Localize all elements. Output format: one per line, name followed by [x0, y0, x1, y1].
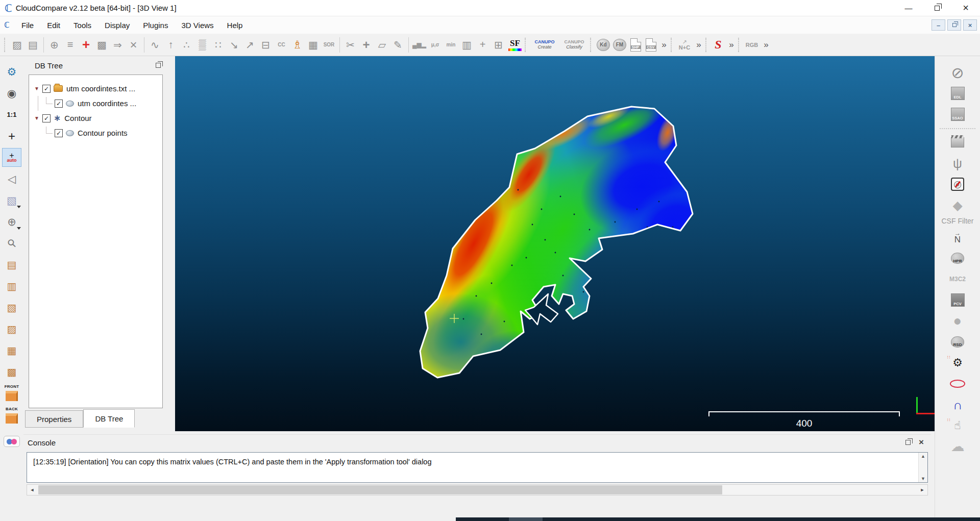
add-sf-icon[interactable]: +: [475, 37, 491, 53]
menu-edit[interactable]: Edit: [40, 16, 67, 34]
console-horizontal-scrollbar[interactable]: ◄ ►: [27, 484, 928, 495]
front-view-button[interactable]: FRONT: [2, 384, 21, 404]
mdi-minimize-button[interactable]: –: [932, 19, 945, 31]
scroll-left-icon[interactable]: ◄: [27, 487, 37, 492]
minmax-icon[interactable]: min: [443, 37, 459, 53]
overflow-chevron[interactable]: »: [761, 40, 772, 50]
view-bottom-icon[interactable]: ▥: [2, 277, 21, 295]
sor-filter-icon[interactable]: SOR: [321, 37, 337, 53]
view-left-icon[interactable]: ▦: [2, 341, 21, 360]
toolbar-drag-handle[interactable]: [525, 38, 527, 52]
gradient-icon[interactable]: ∿: [147, 37, 163, 53]
properties-icon[interactable]: ≡: [62, 37, 78, 53]
toolbar-drag-handle[interactable]: [738, 38, 741, 52]
section-ellipse-icon[interactable]: [946, 375, 969, 393]
tree-row-contour[interactable]: ▼ ✓ ∗ Contour: [29, 111, 162, 126]
float-panel-icon[interactable]: [156, 63, 161, 68]
menu-help[interactable]: Help: [220, 16, 250, 34]
rgb-button[interactable]: RGB: [743, 42, 761, 48]
menu-tools[interactable]: Tools: [67, 16, 98, 34]
overflow-chevron[interactable]: »: [726, 40, 737, 50]
subsample-icon[interactable]: ∷: [210, 37, 226, 53]
scroll-right-icon[interactable]: ►: [917, 487, 927, 492]
gears-plugin-icon[interactable]: ⚙ ∷: [946, 354, 969, 372]
view-back-icon[interactable]: ▨: [2, 319, 21, 338]
menu-3d-views[interactable]: 3D Views: [175, 16, 220, 34]
csf-shield-icon[interactable]: ◆: [946, 196, 969, 214]
view-right-icon[interactable]: ▩: [2, 362, 21, 381]
console-close-icon[interactable]: ×: [919, 437, 924, 448]
toolbar-drag-handle[interactable]: [4, 38, 7, 52]
menu-file[interactable]: File: [15, 16, 40, 34]
downsample-icon[interactable]: ↘: [226, 37, 242, 53]
visibility-checkbox[interactable]: ✓: [55, 100, 63, 108]
sf-filter-icon[interactable]: ▥: [459, 37, 475, 53]
facets-plugin-icon[interactable]: ●: [946, 312, 969, 330]
screenshot-icon[interactable]: ◉: [2, 84, 21, 103]
canupo-classify-button[interactable]: CANUPO Classify: [559, 36, 589, 54]
checkerboard-icon[interactable]: ▦: [305, 37, 321, 53]
sf-calculator-icon[interactable]: ⊞: [491, 37, 506, 53]
display-options-icon[interactable]: ⚙: [2, 62, 21, 81]
view-front-icon[interactable]: ▧: [2, 298, 21, 317]
kd-tree-button[interactable]: Kd: [595, 37, 611, 53]
merge-icon[interactable]: ⇒: [110, 37, 126, 53]
m3c2-plugin-icon[interactable]: M3C2: [946, 270, 969, 288]
toolbar-drag-handle[interactable]: [671, 38, 673, 52]
tree-row-contour-points[interactable]: ✓ Contour points: [29, 126, 162, 140]
mdi-close-button[interactable]: ×: [963, 19, 977, 31]
octree-icon[interactable]: ∴: [179, 37, 194, 53]
pcv-plugin-icon[interactable]: PCV: [946, 291, 969, 309]
sf-colorscale-button[interactable]: SF: [506, 37, 524, 53]
export-coords-icon[interactable]: ⊟: [258, 37, 274, 53]
back-view-button[interactable]: BACK: [2, 406, 21, 427]
cloud-ruler-icon[interactable]: ☁: [946, 437, 969, 456]
expander-icon[interactable]: ▼: [34, 115, 42, 121]
fm-button[interactable]: FM: [611, 37, 628, 53]
visibility-checkbox[interactable]: ✓: [55, 129, 63, 137]
shp-export-button[interactable]: SHP: [628, 36, 643, 54]
toolbar-drag-handle[interactable]: [590, 38, 593, 52]
window-minimize-button[interactable]: —: [894, 0, 923, 16]
toolbar-drag-handle[interactable]: [705, 38, 708, 52]
statistics-icon[interactable]: μ,σ: [427, 37, 443, 53]
clone-icon[interactable]: ▩: [94, 37, 110, 53]
rasterize-icon[interactable]: ♗: [289, 37, 305, 53]
overflow-chevron[interactable]: »: [658, 40, 670, 50]
compute-normals-icon[interactable]: ↑: [163, 37, 179, 53]
rsd-plugin-icon[interactable]: RSD: [946, 333, 969, 351]
console-float-icon[interactable]: [905, 440, 911, 445]
zoom-1-1-icon[interactable]: 1:1: [2, 105, 21, 124]
view-top-icon[interactable]: ▤: [2, 255, 21, 274]
open-icon[interactable]: ▨: [9, 37, 25, 53]
previous-view-icon[interactable]: ◁: [2, 169, 21, 188]
iso-view-cube-icon[interactable]: ▧: [2, 191, 21, 210]
console-log[interactable]: [12:35:19] [Orientation] You can copy th…: [27, 452, 928, 483]
point-pair-picking-icon[interactable]: ☝ ∷: [946, 416, 969, 435]
histogram-icon[interactable]: ▄▆▂: [411, 37, 427, 53]
tab-db-tree[interactable]: DB Tree: [83, 409, 135, 428]
rotate-view-icon[interactable]: ⊕: [2, 212, 21, 231]
pick-rotation-center-icon[interactable]: +: [2, 127, 21, 145]
overflow-chevron[interactable]: »: [693, 40, 704, 50]
expander-icon[interactable]: ▼: [34, 86, 42, 91]
delete-icon[interactable]: ×: [126, 37, 141, 53]
point-picking-icon[interactable]: +: [78, 37, 94, 53]
window-restore-button[interactable]: [923, 0, 951, 16]
scroll-up-icon[interactable]: ▲: [921, 453, 925, 460]
menu-display[interactable]: Display: [98, 16, 136, 34]
broom-plugin-icon[interactable]: ψ: [946, 154, 969, 172]
visibility-checkbox[interactable]: ✓: [42, 85, 51, 93]
pivot-icon[interactable]: ⊕: [46, 37, 62, 53]
auto-pick-center-button[interactable]: + auto: [2, 148, 21, 167]
ssao-filter-button[interactable]: SSAO: [946, 105, 969, 123]
visibility-checkbox[interactable]: ✓: [42, 114, 51, 122]
menu-plugins[interactable]: Plugins: [136, 16, 175, 34]
interpolate-icon[interactable]: ↗: [242, 37, 258, 53]
edl-filter-button[interactable]: EDL: [946, 84, 969, 103]
console-vertical-scrollbar[interactable]: ▲ ▼: [918, 453, 927, 482]
no-filter-icon[interactable]: ⊘: [946, 63, 969, 82]
tab-properties[interactable]: Properties: [25, 410, 83, 428]
animation-plugin-icon[interactable]: [946, 133, 969, 152]
save-icon[interactable]: ▤: [25, 37, 41, 53]
